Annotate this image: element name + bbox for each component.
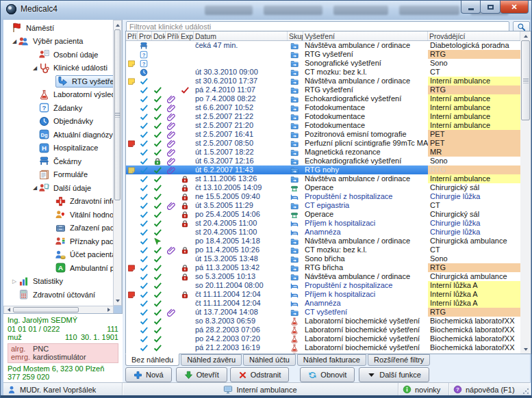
scroll-left-arrow[interactable] [4, 306, 13, 313]
table-row[interactable]: pá 21.2.2003 16:19Laboratorní biochemick… [126, 343, 520, 352]
statusbar-news[interactable]: novinky [398, 383, 449, 396]
expanded-arrow-icon[interactable]: ◢ [10, 38, 18, 44]
tab-rozsirene-filtry[interactable]: Rozšířené filtry [368, 354, 430, 366]
tree-item-vitalni-hodnoty[interactable]: Vitální hodnoty [3, 208, 113, 222]
titlebar-tab-redacted[interactable] [333, 5, 388, 15]
column-header-prizn[interactable]: Přízn. [126, 31, 138, 40]
table-row[interactable]: ?RTG vyšetřeníRTG [126, 50, 520, 59]
close-button[interactable]: ✕ [501, 1, 529, 14]
table-row[interactable]: ne 15.5.2005 09:40Propuštění z hospitali… [126, 192, 520, 201]
table-row[interactable]: pá 21.2.2003 07:16Laboratorní biochemick… [126, 352, 520, 354]
scroll-down-arrow[interactable] [114, 296, 121, 305]
table-row[interactable]: út 6.2.2007 11:43RTG nohyRTG [126, 165, 520, 174]
titlebar-tab-redacted[interactable] [399, 5, 459, 15]
otevrit-button[interactable]: Otevřít [176, 367, 227, 382]
column-header-priloh[interactable]: Příloh [166, 31, 179, 40]
table-row[interactable]: st 2.5.2007 21:22FotodokumentaceInterní … [126, 112, 520, 121]
table-row[interactable]: po 25.4.2005 14:06OperaceChirurgický sál [126, 210, 520, 219]
tree-item-cekarny[interactable]: Čekárny [3, 155, 113, 168]
table-row[interactable]: čt 13.10.2005 14:09OperaceChirurgický sá… [126, 183, 520, 192]
table-row[interactable]: čt 11.11.2004 12:04Příjem k hospitalizac… [126, 290, 520, 299]
table-row[interactable]: st 30.6.2010 17:37Návštěva ambulance / o… [126, 77, 520, 85]
odstranit-button[interactable]: Odstranit [230, 367, 290, 382]
tab-nahled-fakturace[interactable]: Náhled fakturace [297, 354, 366, 366]
column-header-exp[interactable]: Exp. [179, 31, 194, 40]
nova-button[interactable]: Nová [125, 367, 172, 382]
maximize-button[interactable] [481, 1, 501, 14]
scroll-up-arrow[interactable] [520, 31, 531, 40]
table-row[interactable]: st 2.5.2007 21:20FotodokumentaceInterní … [126, 121, 520, 130]
table-row[interactable]: so 5.3.2005 10:13Návštěva ambulance / or… [126, 272, 520, 281]
titlebar-tab-redacted[interactable] [264, 5, 322, 15]
expanded-arrow-icon[interactable]: ◢ [31, 65, 39, 71]
table-row[interactable]: so 8.3.2003 06:59Laboratorní biochemické… [126, 317, 520, 326]
expanded-arrow-icon[interactable]: ◢ [31, 185, 39, 191]
tree-vertical-scrollbar[interactable] [113, 20, 122, 306]
tree-item-namesti[interactable]: Náměstí [3, 21, 113, 35]
scrollbar-thumb[interactable] [521, 40, 530, 120]
minimize-button[interactable] [461, 1, 481, 14]
scroll-right-arrow[interactable] [104, 306, 113, 313]
obnovit-button[interactable]: Obnovit [300, 367, 355, 382]
tree-item-aktualni-diagnozy[interactable]: DgAktuální diagnózy [3, 128, 113, 142]
table-row[interactable]: pá 2.4.2010 11:07RTG vyšetřeníRTG [126, 85, 520, 94]
tree-item-rtg-vysetreni[interactable]: RTG vyšetření [3, 75, 113, 88]
column-header-provadejici[interactable]: Provádějící [428, 31, 520, 40]
table-row[interactable]: st 2.5.2007 16:41Pozitronová emisní tomo… [126, 130, 520, 139]
table-row[interactable]: so 20.11.2004 08:00Propuštění z hospital… [126, 281, 520, 290]
table-row[interactable]: st 6.6.2007 10:52FotodokumentaceInterní … [126, 103, 520, 112]
table-row[interactable]: čeká 47 min.Návštěva ambulance / ordinac… [126, 41, 520, 50]
table-row[interactable]: st 20.4.2005 11:00Příjem k hospitalizaci… [126, 219, 520, 228]
table-row[interactable]: po 11.4.2005 10:26CT mozku: bez k.l.CT [126, 246, 520, 254]
column-header-dok[interactable]: Dok. [152, 31, 166, 40]
tree-item-zarazeni-pacienta[interactable]: Zařazení pacienta [3, 222, 113, 235]
table-row[interactable]: út 1.5.2007 18:22Magnetická rezonanceMR [126, 148, 520, 157]
tree-item-laboratorni-vysledky[interactable]: Laboratorní výsledky [3, 88, 113, 102]
table-row[interactable]: út 13.7.2004 14:08CT vyšetřeníRTG [126, 308, 520, 317]
table-row[interactable]: po 18.4.2005 14:18Návštěva ambulance / o… [126, 237, 520, 246]
tree-item-ucet-pacienta[interactable]: Účet pacienta [3, 248, 113, 262]
titlebar-tab-redacted[interactable] [205, 5, 253, 15]
tree-item-osobni-udaje[interactable]: Osobní údaje [3, 48, 113, 62]
tree-item-objednavky[interactable]: Objednávky [3, 115, 113, 129]
resize-grip[interactable] [522, 388, 529, 395]
table-row[interactable]: út 3.5.2005 11:29CT epigastriaCT [126, 201, 520, 210]
table-row[interactable]: ?Sonografické vyšetřeníSono [126, 59, 520, 68]
tree-item-statistiky[interactable]: ▷Statistiky [3, 275, 113, 289]
tree-item-ambulantni-prehled[interactable]: AAmbulantní přehled [3, 261, 113, 275]
table-row[interactable]: pá 28.2.2003 07:06Laboratorní biochemick… [126, 326, 520, 334]
tree-item-hospitalizace[interactable]: HHospitalizace [3, 142, 113, 155]
tree-item-klinicke-udalosti[interactable]: ◢Klinické události [3, 62, 113, 75]
scrollbar-thumb[interactable] [13, 307, 79, 313]
table-row[interactable]: pá 11.3.2005 13:42RTG břichaRTG [126, 263, 520, 272]
column-header-prov[interactable]: Prov. [138, 31, 152, 40]
tree-item-formulare[interactable]: Formuláře [3, 168, 113, 182]
scroll-down-arrow[interactable] [520, 345, 531, 354]
statusbar-help[interactable]: ? nápověda (F1) [449, 383, 530, 396]
table-row[interactable]: út 6.3.2007 12:16Echokardiografické vyše… [126, 157, 520, 165]
tab-nahled-uctu[interactable]: Náhled účtu [243, 354, 296, 366]
tab-bez-nahledu[interactable]: Bez náhledu [125, 354, 179, 366]
table-row[interactable]: čt 11.11.2004 12:04AnamnézaInterní lůžka… [126, 299, 520, 308]
table-row[interactable]: út 30.3.2010 09:00CT mozku: bez k.l.CT [126, 68, 520, 77]
table-row[interactable]: st 1.11.2006 13:26Návštěva ambulance / o… [126, 174, 520, 183]
scroll-up-arrow[interactable] [114, 21, 121, 29]
column-header-datum[interactable]: Datum [194, 31, 288, 40]
tree-item-zdravotni-uctovani[interactable]: Zdravotní účtování [3, 288, 113, 302]
scrollbar-thumb[interactable] [114, 29, 121, 200]
table-row[interactable]: út 15.3.2005 13:48Sono břichaSono [126, 254, 520, 263]
dalsi-funkce-button[interactable]: Další funkce [359, 367, 429, 382]
column-header-vysetreni[interactable]: Vyšetření [303, 31, 428, 40]
tree-item-zadanky[interactable]: ?Žádanky [3, 101, 113, 115]
tree-item-priznaky-pacienta[interactable]: Příznaky pacienta [3, 235, 113, 248]
table-vertical-scrollbar[interactable] [520, 31, 531, 354]
table-row[interactable]: po 24.2.2003 07:20Laboratorní biochemick… [126, 334, 520, 343]
tree-item-dalsi-udaje[interactable]: ◢Další údaje [3, 181, 113, 195]
collapsed-arrow-icon[interactable]: ▷ [10, 278, 18, 284]
table-row[interactable]: st 2.5.2007 08:50Perfuzní plicní scintig… [126, 139, 520, 148]
tree-item-zdravotni-informace[interactable]: Zdravotní informace [3, 195, 113, 209]
column-header-skupi[interactable]: Skupi [288, 31, 303, 40]
tree-item-vyber-pacienta[interactable]: ◢Výběr pacienta [3, 35, 113, 49]
table-row[interactable]: po 7.4.2008 08:22Echokardiografické vyše… [126, 94, 520, 103]
tab-nahled-zaveru[interactable]: Náhled závěru [181, 354, 242, 366]
